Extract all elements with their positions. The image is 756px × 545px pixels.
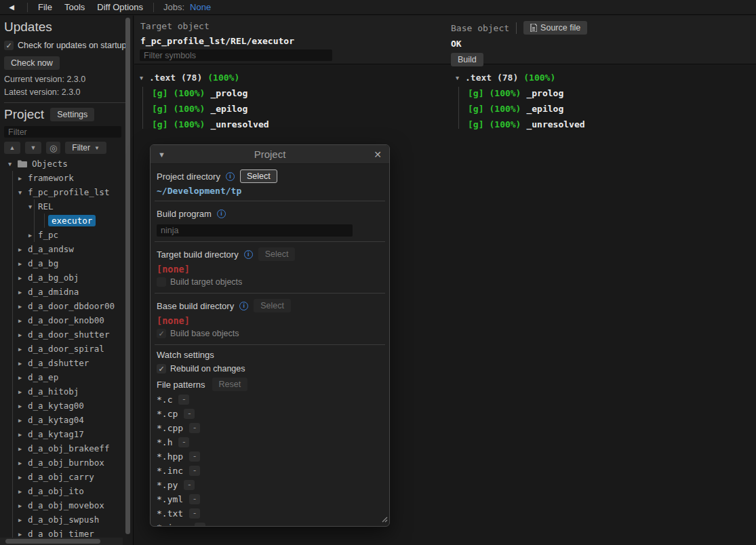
- reset-patterns-button[interactable]: Reset: [212, 378, 248, 391]
- tree-collapsed-icon[interactable]: ▶: [18, 360, 28, 367]
- tree-collapsed-icon[interactable]: ▶: [18, 303, 28, 310]
- close-icon[interactable]: ✕: [368, 149, 382, 160]
- filter-symbols-input[interactable]: [140, 49, 332, 61]
- remove-pattern-button[interactable]: -: [184, 409, 195, 419]
- target-build-directory-select-button[interactable]: Select: [258, 247, 296, 261]
- project-directory-select-button[interactable]: Select: [240, 169, 277, 183]
- tree-collapsed-icon[interactable]: ▶: [18, 488, 28, 495]
- project-settings-button[interactable]: Settings: [50, 108, 94, 121]
- remove-pattern-button[interactable]: -: [189, 494, 200, 504]
- tree-item-d-a-obj-burnbox[interactable]: ▶d_a_obj_burnbox: [4, 456, 129, 470]
- build-base-objects-checkbox[interactable]: ✓ Build base objects: [157, 327, 383, 340]
- tree-collapsed-icon[interactable]: ▶: [18, 175, 28, 182]
- tree-collapsed-icon[interactable]: ▶: [18, 346, 28, 352]
- tree-item-d-a-dshutter[interactable]: ▶d_a_dshutter: [4, 356, 129, 370]
- tree-collapsed-icon[interactable]: ▶: [18, 403, 28, 409]
- tree-item-d-a-bg-obj[interactable]: ▶d_a_bg_obj: [4, 270, 129, 285]
- tree-collapsed-icon[interactable]: ▶: [18, 517, 28, 523]
- symbol-section-header[interactable]: ▼.text (78)(100%): [456, 70, 585, 85]
- tree-expanded-icon[interactable]: ▼: [28, 203, 38, 210]
- resize-handle[interactable]: [380, 514, 388, 525]
- symbol-row-epilog[interactable]: [g](100%)_epilog: [468, 101, 585, 117]
- tree-item-rel[interactable]: ▼REL: [4, 199, 129, 214]
- tree-item-executor[interactable]: executor: [4, 214, 129, 228]
- symbol-row-epilog[interactable]: [g](100%)_epilog: [152, 101, 269, 117]
- tree-item-d-a-dmidna[interactable]: ▶d_a_dmidna: [4, 285, 129, 299]
- menu-tools[interactable]: Tools: [58, 2, 91, 12]
- section-expanded-icon[interactable]: ▼: [456, 75, 465, 81]
- window-collapse-icon[interactable]: ▼: [158, 150, 172, 159]
- tree-item-d-a-hitobj[interactable]: ▶d_a_hitobj: [4, 384, 129, 399]
- tree-item-d-a-obj-movebox[interactable]: ▶d_a_obj_movebox: [4, 498, 129, 512]
- build-program-input[interactable]: [157, 224, 353, 237]
- section-expanded-icon[interactable]: ▼: [140, 75, 149, 81]
- symbol-row-prolog[interactable]: [g](100%)_prolog: [468, 85, 585, 101]
- tree-expanded-icon[interactable]: ▼: [8, 161, 18, 167]
- back-icon[interactable]: ◀: [0, 3, 23, 11]
- filter-dropdown-button[interactable]: Filter ▼: [65, 142, 106, 154]
- tree-collapsed-icon[interactable]: ▶: [18, 531, 28, 538]
- tree-collapsed-icon[interactable]: ▶: [18, 289, 28, 296]
- menu-file[interactable]: File: [32, 2, 58, 12]
- tree-item-d-a-door-knob00[interactable]: ▶d_a_door_knob00: [4, 313, 129, 327]
- tree-collapsed-icon[interactable]: ▶: [18, 431, 28, 438]
- locate-object-button[interactable]: ◎: [46, 142, 60, 154]
- menu-diff-options[interactable]: Diff Options: [91, 2, 149, 12]
- checkbox-checked-icon[interactable]: ✓: [4, 41, 14, 50]
- remove-pattern-button[interactable]: -: [178, 437, 189, 447]
- symbol-section-header[interactable]: ▼.text (78)(100%): [140, 70, 269, 85]
- jobs-status-link[interactable]: None: [190, 2, 211, 12]
- tree-item-f-pc-profile-lst[interactable]: ▼f_pc_profile_lst: [4, 185, 129, 199]
- tree-collapsed-icon[interactable]: ▶: [28, 232, 38, 239]
- tree-collapsed-icon[interactable]: ▶: [18, 502, 28, 509]
- collapse-all-button[interactable]: ▲: [4, 142, 20, 154]
- check-now-button[interactable]: Check now: [4, 56, 60, 70]
- symbol-row-unresolved[interactable]: [g](100%)_unresolved: [152, 117, 269, 132]
- remove-pattern-button[interactable]: -: [195, 523, 205, 527]
- tree-collapsed-icon[interactable]: ▶: [18, 275, 28, 281]
- tree-item-d-a-obj-swpush[interactable]: ▶d_a_obj_swpush: [4, 512, 129, 527]
- remove-pattern-button[interactable]: -: [189, 508, 200, 519]
- tree-expanded-icon[interactable]: ▼: [18, 189, 28, 196]
- tree-item-d-a-ep[interactable]: ▶d_a_ep: [4, 370, 129, 384]
- tree-item-f-pc[interactable]: ▶f_pc: [4, 228, 129, 242]
- remove-pattern-button[interactable]: -: [189, 451, 200, 462]
- sidebar-horizontal-scrollbar-thumb[interactable]: [5, 539, 100, 544]
- tree-collapsed-icon[interactable]: ▶: [18, 474, 28, 481]
- project-window-titlebar[interactable]: ▼ Project ✕: [151, 145, 389, 164]
- checkbox-checked-icon[interactable]: ✓: [157, 364, 166, 374]
- tree-item-objects[interactable]: ▼Objects: [4, 157, 129, 171]
- tree-collapsed-icon[interactable]: ▶: [18, 331, 28, 338]
- tree-item-d-a-obj-carry[interactable]: ▶d_a_obj_carry: [4, 470, 129, 484]
- remove-pattern-button[interactable]: -: [189, 466, 200, 476]
- tree-item-d-a-kytag04[interactable]: ▶d_a_kytag04: [4, 413, 129, 427]
- tree-item-d-a-bg[interactable]: ▶d_a_bg: [4, 256, 129, 270]
- tree-collapsed-icon[interactable]: ▶: [18, 317, 28, 324]
- tree-collapsed-icon[interactable]: ▶: [18, 445, 28, 452]
- tree-collapsed-icon[interactable]: ▶: [18, 260, 28, 267]
- tree-collapsed-icon[interactable]: ▶: [18, 417, 28, 424]
- tree-collapsed-icon[interactable]: ▶: [18, 460, 28, 466]
- source-file-button[interactable]: Source file: [523, 21, 587, 35]
- tree-item-framework[interactable]: ▶framework: [4, 171, 129, 185]
- expand-all-button[interactable]: ▼: [25, 142, 41, 154]
- tree-item-d-a-andsw[interactable]: ▶d_a_andsw: [4, 242, 129, 256]
- tree-item-d-a-door-spiral[interactable]: ▶d_a_door_spiral: [4, 342, 129, 356]
- tree-item-d-a-kytag17[interactable]: ▶d_a_kytag17: [4, 427, 129, 441]
- remove-pattern-button[interactable]: -: [178, 395, 189, 405]
- tree-collapsed-icon[interactable]: ▶: [18, 246, 28, 253]
- symbol-row-prolog[interactable]: [g](100%)_prolog: [152, 85, 269, 101]
- tree-collapsed-icon[interactable]: ▶: [18, 388, 28, 395]
- tree-collapsed-icon[interactable]: ▶: [18, 374, 28, 381]
- tree-item-d-a-door-dbdoor00[interactable]: ▶d_a_door_dbdoor00: [4, 299, 129, 313]
- project-filter-input[interactable]: [4, 126, 121, 138]
- build-target-objects-checkbox[interactable]: Build target objects: [157, 276, 383, 288]
- remove-pattern-button[interactable]: -: [184, 480, 195, 490]
- tree-item-d-a-obj-brakeeff[interactable]: ▶d_a_obj_brakeeff: [4, 441, 129, 456]
- tree-item-d-a-kytag00[interactable]: ▶d_a_kytag00: [4, 399, 129, 413]
- symbol-row-unresolved[interactable]: [g](100%)_unresolved: [468, 117, 585, 132]
- base-build-directory-select-button[interactable]: Select: [254, 299, 291, 312]
- rebuild-on-changes-checkbox[interactable]: ✓ Rebuild on changes: [157, 363, 383, 375]
- build-button[interactable]: Build: [451, 53, 483, 66]
- checkbox-unchecked-icon[interactable]: [157, 277, 166, 287]
